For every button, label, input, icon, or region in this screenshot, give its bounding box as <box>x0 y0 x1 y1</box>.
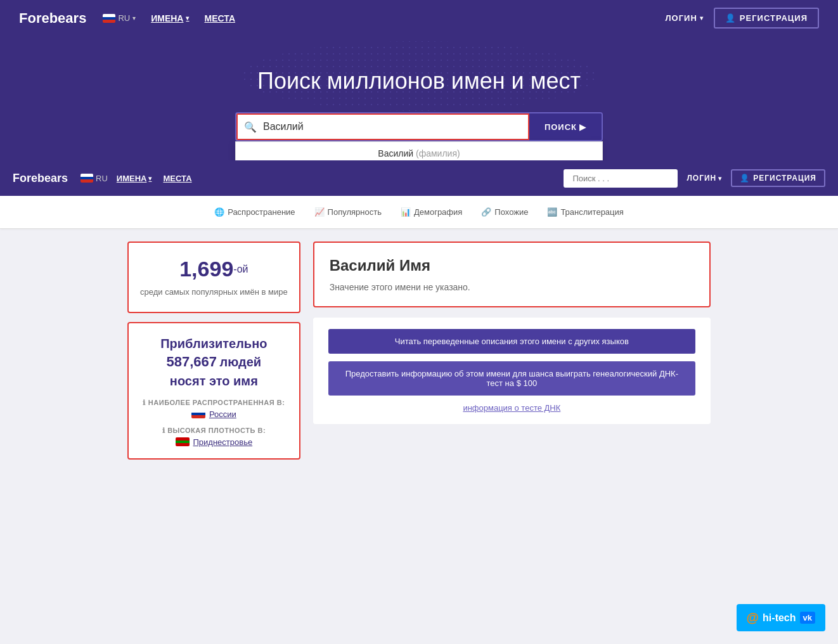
similar-icon: 🔗 <box>481 207 491 217</box>
sticky-logo[interactable]: Forebears <box>13 172 68 185</box>
rank-number: 1,699 <box>179 257 233 281</box>
rank-display: 1,699-ой <box>140 257 288 281</box>
main-content: 1,699-ой среди самых популярных имён в м… <box>115 242 723 460</box>
sticky-lang-selector[interactable]: RU <box>81 174 108 183</box>
search-input-wrapper: 🔍 <box>236 113 529 140</box>
rank-card: 1,699-ой среди самых популярных имён в м… <box>127 242 300 313</box>
search-input[interactable] <box>261 115 522 139</box>
flag-russia-icon <box>191 409 205 418</box>
sticky-names-chevron: ▾ <box>148 175 151 182</box>
rank-suffix: -ой <box>233 264 248 274</box>
stats-card: Приблизительно 587,667 людей носят это и… <box>127 322 300 460</box>
hero-title: Поиск миллионов имен и мест <box>19 68 819 94</box>
transliteration-icon: 🔤 <box>547 207 557 217</box>
tabs-nav: 🌐 Распространение 📈 Популярность 📊 Демог… <box>0 196 838 229</box>
density-label: ℹ ВЫСОКАЯ ПЛОТНОСТЬ В: <box>138 427 290 435</box>
left-column: 1,699-ой среди самых популярных имён в м… <box>127 242 300 460</box>
name-title: Василий Имя <box>330 257 694 274</box>
search-arrow-icon: ▶ <box>579 122 586 132</box>
sticky-flag-icon-ru <box>81 174 93 183</box>
right-column: Василий Имя Значение этого имени не указ… <box>313 242 711 460</box>
hero-login-button[interactable]: ЛОГИН ▾ <box>665 13 703 23</box>
names-chevron-icon: ▾ <box>186 15 189 22</box>
sticky-lang-label: RU <box>96 174 108 183</box>
hero-nav: Forebears RU ▾ ИМЕНА ▾ МЕСТА ЛОГИН ▾ 👤 Р… <box>0 0 838 36</box>
rank-description: среди самых популярных имён в мире <box>140 287 288 298</box>
sticky-nav: Forebears RU ИМЕНА ▾ МЕСТА ЛОГИН ▾ 👤 РЕГ… <box>0 160 838 196</box>
stats-people-text: Приблизительно 587,667 людей носят это и… <box>138 335 290 390</box>
nav-names[interactable]: ИМЕНА ▾ <box>151 13 189 23</box>
search-button[interactable]: ПОИСК ▶ <box>529 113 602 140</box>
flag-icon-ru <box>103 14 115 23</box>
demographics-icon: 📊 <box>401 207 411 217</box>
density-country[interactable]: Приднестровье <box>138 437 290 447</box>
sticky-login-chevron: ▾ <box>718 175 722 182</box>
sticky-nav-places[interactable]: МЕСТА <box>163 174 191 183</box>
dropdown-item[interactable]: Василий (фамилия) <box>236 142 602 160</box>
lang-label: RU <box>118 13 130 23</box>
info-card: Читать переведенные описания этого имени… <box>313 318 711 424</box>
flag-transnistria-icon <box>176 437 190 446</box>
hero-section: Forebears RU ▾ ИМЕНА ▾ МЕСТА ЛОГИН ▾ 👤 Р… <box>0 0 838 160</box>
hero-nav-links: ИМЕНА ▾ МЕСТА <box>151 13 235 23</box>
sticky-login-button[interactable]: ЛОГИН ▾ <box>687 174 722 183</box>
login-chevron-icon: ▾ <box>700 15 704 22</box>
tab-similar[interactable]: 🔗 Похожие <box>481 205 528 219</box>
most-common-label: ℹ НАИБОЛЕЕ РАСПРОСТРАНЕННАЯ В: <box>138 399 290 407</box>
hero-register-button[interactable]: 👤 РЕГИСТРАЦИЯ <box>714 8 819 29</box>
register-person-icon: 👤 <box>725 13 736 23</box>
distribution-icon: 🌐 <box>214 207 224 217</box>
search-container: 🔍 ПОИСК ▶ Василий (фамилия) Василийская … <box>235 112 603 141</box>
search-icon: 🔍 <box>244 121 257 133</box>
sticky-nav-links: ИМЕНА ▾ МЕСТА <box>117 174 192 183</box>
hero-content: Поиск миллионов имен и мест 🔍 ПОИСК ▶ Ва… <box>0 36 838 160</box>
nav-places[interactable]: МЕСТА <box>204 13 235 23</box>
hero-logo[interactable]: Forebears <box>19 10 86 27</box>
sticky-register-button[interactable]: 👤 РЕГИСТРАЦИЯ <box>731 169 825 187</box>
dna-link[interactable]: информация о тесте ДНК <box>328 403 695 413</box>
name-card: Василий Имя Значение этого имени не указ… <box>313 242 711 307</box>
tab-transliteration[interactable]: 🔤 Транслитерация <box>547 205 623 219</box>
most-common-country[interactable]: России <box>138 409 290 419</box>
name-meaning: Значение этого имени не указано. <box>330 282 694 292</box>
popularity-icon: 📈 <box>314 207 325 217</box>
info-icon-2: ℹ <box>162 427 165 435</box>
dna-button[interactable]: Предоставить информацию об этом имени дл… <box>328 361 695 396</box>
translate-button[interactable]: Читать переведенные описания этого имени… <box>328 329 695 354</box>
sticky-right: ЛОГИН ▾ 👤 РЕГИСТРАЦИЯ <box>687 169 825 187</box>
lang-chevron-icon: ▾ <box>132 15 136 22</box>
lang-selector[interactable]: RU ▾ <box>103 13 136 23</box>
hero-nav-right: ЛОГИН ▾ 👤 РЕГИСТРАЦИЯ <box>665 8 819 29</box>
tab-demographics[interactable]: 📊 Демография <box>401 205 462 219</box>
search-bar: 🔍 ПОИСК ▶ <box>235 112 603 141</box>
info-icon-1: ℹ <box>143 399 146 407</box>
sticky-register-icon: 👤 <box>740 174 750 183</box>
tab-distribution[interactable]: 🌐 Распространение <box>214 205 295 219</box>
sticky-nav-names[interactable]: ИМЕНА ▾ <box>117 174 152 183</box>
sticky-search-input[interactable] <box>564 169 678 188</box>
search-dropdown: Василий (фамилия) Василийская (фамилия) … <box>235 141 603 160</box>
tab-popularity[interactable]: 📈 Популярность <box>314 205 382 219</box>
